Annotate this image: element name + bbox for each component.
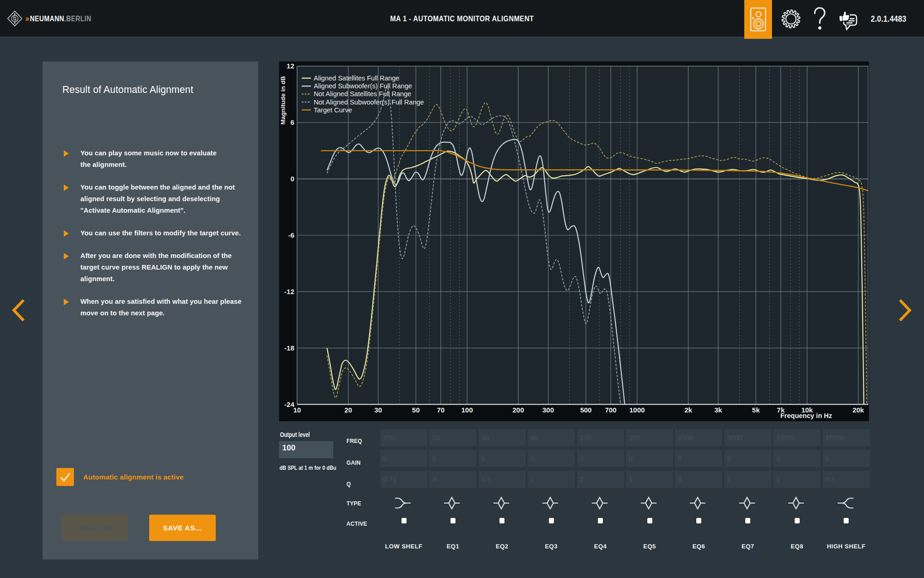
y-tick-label: 6 — [291, 118, 294, 126]
eq-row-label-q: Q — [346, 480, 351, 487]
monitor-alignment-tab[interactable] — [744, 0, 772, 39]
eq-gain-field[interactable]: 0 — [479, 450, 526, 467]
eq-freq-field[interactable]: 16000 — [823, 429, 870, 446]
eq-freq-field[interactable]: 80 — [528, 429, 575, 446]
y-tick-label: -12 — [284, 288, 294, 295]
x-tick-label: 300 — [542, 406, 554, 414]
eq-gain-field[interactable]: 0 — [675, 450, 722, 467]
eq-active-checkbox[interactable] — [499, 517, 505, 524]
x-tick-label: 2k — [684, 406, 692, 414]
eq-freq-field[interactable]: 12000 — [773, 429, 821, 446]
feedback-button[interactable] — [834, 0, 861, 38]
result-panel: Result of Automatic Alignment You can pl… — [43, 61, 258, 560]
eq-q-field[interactable]: 0.5 — [479, 471, 526, 488]
eq-gain-field[interactable]: 0 — [626, 450, 673, 467]
automatic-alignment-toggle[interactable]: Automatic alignment is active — [56, 468, 184, 486]
x-tick-label: 10 — [293, 406, 301, 414]
realign-button[interactable]: REALIGN — [61, 515, 128, 541]
eq-type-peak-icon — [591, 496, 608, 510]
chevron-right-icon — [897, 298, 913, 323]
bullet-triangle-icon — [64, 230, 69, 237]
eq-active-checkbox[interactable] — [401, 517, 407, 524]
eq-gain-field[interactable]: 0 — [773, 450, 821, 467]
x-tick-label: 70 — [437, 406, 445, 414]
eq-freq-field[interactable]: 30 — [479, 429, 526, 446]
eq-gain-field[interactable]: 0 — [724, 450, 772, 467]
eq-type-peak-icon — [542, 496, 559, 510]
eq-freq-field[interactable]: 20 — [429, 429, 476, 446]
chevron-left-icon — [10, 298, 27, 323]
eq-type-low-shelf-icon — [395, 496, 411, 510]
eq-active-checkbox[interactable] — [696, 517, 702, 524]
help-button[interactable] — [809, 0, 830, 38]
eq-type-peak-icon — [689, 496, 706, 510]
eq-freq-field[interactable]: 3000 — [724, 429, 772, 446]
checkmark-icon — [56, 468, 74, 486]
speaker-icon — [748, 6, 769, 32]
eq-gain-field[interactable]: 0 — [380, 450, 427, 467]
x-tick-label: 3k — [714, 406, 722, 414]
eq-gain-field[interactable]: 0 — [528, 450, 575, 467]
gear-icon — [781, 9, 801, 29]
previous-page-button[interactable] — [10, 298, 27, 323]
save-as-button[interactable]: SAVE AS... — [149, 515, 216, 541]
instruction-item: You can use the filters to modify the ta… — [62, 228, 247, 239]
y-tick-label: -24 — [284, 400, 294, 408]
eq-freq-field[interactable]: 120 — [577, 429, 624, 446]
y-tick-label: 12 — [286, 62, 294, 70]
eq-active-checkbox[interactable] — [745, 517, 751, 524]
eq-q-field[interactable]: 1 — [724, 471, 772, 488]
chart-canvas: 102030507010020030050070010002k3k5k7k10k… — [279, 61, 869, 421]
eq-type-peak-icon — [444, 496, 460, 510]
eq-band-label: EQ1 — [429, 543, 476, 550]
legend-label: Not Aligned Subwoofer(s) Full Range — [314, 98, 424, 106]
x-tick-label: 5k — [752, 406, 760, 414]
x-tick-label: 1000 — [629, 406, 644, 414]
eq-q-field[interactable]: 2 — [577, 471, 624, 488]
eq-type-peak-icon — [739, 496, 755, 510]
eq-active-checkbox[interactable] — [597, 517, 603, 524]
eq-active-checkbox[interactable] — [548, 517, 554, 524]
eq-gain-field[interactable]: 0 — [577, 450, 624, 467]
instruction-item: You can play some music now to evaluate … — [62, 148, 247, 171]
eq-q-field[interactable]: 3 — [429, 471, 476, 488]
x-tick-label: 700 — [605, 406, 616, 414]
x-tick-label: 20k — [852, 406, 864, 414]
x-tick-label: 500 — [580, 406, 592, 414]
eq-band-label: EQ7 — [724, 543, 772, 550]
instruction-item: After you are done with the modification… — [62, 250, 247, 285]
eq-q-field[interactable]: 1 — [528, 471, 575, 488]
x-tick-label: 30 — [374, 406, 382, 414]
eq-q-field[interactable]: 1 — [626, 471, 673, 488]
bullet-triangle-icon — [64, 184, 69, 191]
eq-gain-field[interactable]: 0 — [429, 450, 476, 467]
eq-freq-field[interactable]: 1000 — [675, 429, 722, 446]
eq-active-checkbox[interactable] — [794, 517, 800, 524]
y-tick-label: -18 — [284, 344, 294, 352]
instruction-item: When you are satisfied with what you hea… — [62, 296, 247, 319]
y-axis-title: Magnitude in dB — [280, 76, 286, 124]
eq-active-checkbox[interactable] — [843, 517, 849, 524]
eq-row-label-freq: FREQ — [346, 437, 362, 444]
eq-type-peak-icon — [640, 496, 657, 510]
eq-row-label-gain: GAIN — [346, 459, 360, 466]
instruction-list: You can play some music now to evaluate … — [62, 148, 247, 330]
eq-q-field[interactable]: 0.3 — [823, 471, 870, 488]
automatic-alignment-checkbox[interactable] — [56, 468, 74, 486]
eq-q-field[interactable]: 1 — [773, 471, 821, 488]
eq-q-field[interactable]: 0.71 — [380, 471, 427, 488]
eq-band-label: EQ6 — [675, 543, 722, 550]
eq-q-field[interactable]: 1 — [675, 471, 722, 488]
eq-freq-field[interactable]: 300 — [626, 429, 673, 446]
settings-button[interactable] — [779, 0, 803, 38]
eq-gain-field[interactable]: 0 — [823, 450, 870, 467]
eq-freq-field[interactable]: 100 — [380, 429, 427, 446]
brand-name: NEUMANN — [30, 14, 64, 23]
eq-active-checkbox[interactable] — [647, 517, 653, 524]
eq-active-checkbox[interactable] — [450, 517, 456, 524]
question-mark-icon — [813, 7, 827, 31]
neumann-diamond-icon — [7, 10, 23, 27]
next-page-button[interactable] — [897, 298, 913, 323]
output-level-label: Output level — [280, 431, 310, 438]
output-level-input[interactable] — [279, 441, 333, 458]
